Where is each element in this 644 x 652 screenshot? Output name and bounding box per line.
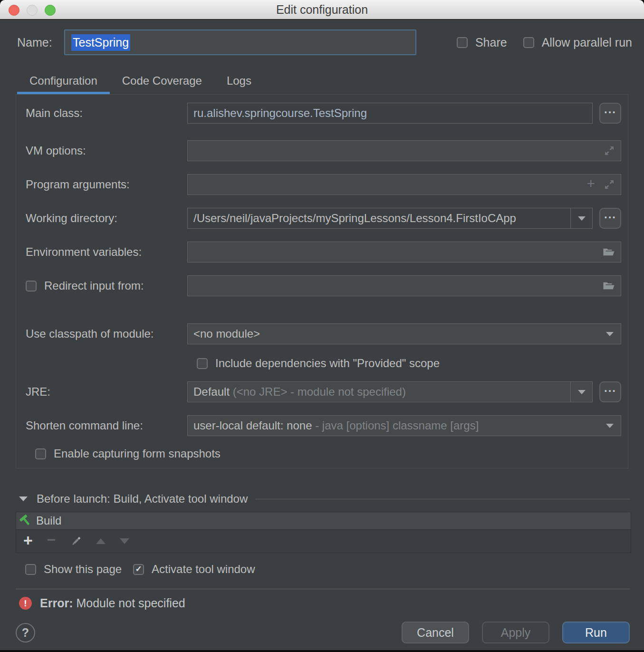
traffic-lights [9, 0, 56, 20]
form-snapshots-row: Enable capturing form snapshots [35, 447, 621, 460]
before-launch-title: Before launch: Build, Activate tool wind… [37, 492, 248, 506]
move-down-button[interactable] [120, 538, 129, 544]
titlebar: Edit configuration [0, 0, 644, 20]
hammer-icon [19, 515, 32, 527]
name-label: Name: [17, 36, 64, 49]
error-message: Module not specified [76, 596, 185, 610]
provided-scope-checkbox[interactable] [197, 358, 208, 369]
provided-scope-checkbox-row[interactable]: Include dependencies with "Provided" sco… [197, 357, 621, 370]
show-this-page-checkbox-row[interactable]: Show this page [25, 563, 122, 576]
shorten-command-line-dropdown-button[interactable] [599, 416, 621, 436]
activate-tool-window-checkbox-row[interactable]: ✓ Activate tool window [133, 563, 255, 576]
working-directory-browse-button[interactable]: ... [599, 208, 621, 229]
jre-dropdown-button[interactable] [570, 382, 592, 402]
working-directory-row: Working directory: /Users/neil/javaProje… [26, 208, 621, 229]
help-button[interactable]: ? [16, 623, 35, 642]
before-launch-list: Build + − [16, 512, 631, 553]
edit-pencil-icon[interactable] [70, 535, 82, 547]
name-row: Name: TestSpring Share Allow parallel ru… [17, 29, 632, 55]
folder-icon[interactable] [603, 246, 615, 258]
provided-scope-row: Include dependencies with "Provided" sco… [197, 357, 621, 370]
allow-parallel-label: Allow parallel run [542, 36, 632, 49]
chevron-down-icon [606, 424, 614, 428]
run-button[interactable]: Run [562, 622, 630, 643]
jre-row: JRE: Default (<no JRE> - module not spec… [26, 381, 621, 402]
shorten-command-line-row: Shorten command line: user-local default… [26, 415, 621, 436]
shorten-command-line-combo[interactable]: user-local default: none - java [options… [187, 415, 621, 436]
apply-button[interactable]: Apply [482, 622, 549, 643]
environment-variables-field[interactable] [187, 242, 621, 263]
jre-combo[interactable]: Default (<no JRE> - module not specified… [187, 381, 593, 402]
close-button[interactable] [9, 5, 19, 16]
edit-configuration-dialog: Edit configuration Name: TestSpring Shar… [0, 0, 644, 650]
configuration-panel: Main class: ru.alishev.springcourse.Test… [16, 94, 628, 468]
allow-parallel-checkbox-row[interactable]: Allow parallel run [523, 36, 632, 49]
jre-value-hint: (<no JRE> - module not specified) [233, 385, 406, 398]
before-launch-header[interactable]: Before launch: Build, Activate tool wind… [19, 492, 630, 506]
vm-options-row: VM options: [26, 140, 621, 161]
environment-variables-row: Environment variables: [26, 242, 621, 263]
minimize-button [27, 5, 38, 16]
before-launch-toolbar: + − [16, 529, 631, 553]
redirect-input-checkbox[interactable] [26, 281, 37, 292]
redirect-input-row: Redirect input from: [26, 275, 621, 296]
error-prefix: Error: [40, 596, 73, 610]
window-title: Edit configuration [276, 3, 368, 17]
classpath-module-row: Use classpath of module: <no module> [26, 323, 621, 344]
main-class-value: ru.alishev.springcourse.TestSpring [193, 107, 367, 120]
tab-logs[interactable]: Logs [214, 68, 264, 94]
collapse-triangle-icon[interactable] [19, 496, 28, 501]
working-directory-combo[interactable]: /Users/neil/javaProjects/mySpringLessons… [187, 208, 593, 229]
tab-configuration[interactable]: Configuration [17, 68, 110, 94]
program-arguments-label: Program arguments: [26, 178, 187, 191]
activate-tool-window-checkbox[interactable]: ✓ [133, 564, 144, 575]
tab-code-coverage[interactable]: Code Coverage [110, 68, 214, 94]
check-icon: ✓ [135, 564, 142, 574]
main-class-row: Main class: ru.alishev.springcourse.Test… [26, 103, 621, 124]
working-directory-dropdown-button[interactable] [570, 208, 592, 228]
jre-label: JRE: [26, 385, 187, 399]
error-status-row: ! Error: Module not specified [19, 596, 644, 610]
footer: ? Cancel Apply Run [16, 622, 630, 643]
shorten-command-line-label: Shorten command line: [26, 419, 187, 432]
name-value-selected: TestSpring [71, 34, 130, 51]
tab-bar: Configuration Code Coverage Logs [17, 68, 644, 94]
redirect-input-label: Redirect input from: [44, 279, 144, 292]
form-snapshots-checkbox-row[interactable]: Enable capturing form snapshots [35, 447, 621, 460]
working-directory-value: /Users/neil/javaProjects/mySpringLessons… [193, 212, 516, 225]
main-class-label: Main class: [26, 107, 187, 120]
zoom-button[interactable] [45, 5, 56, 16]
before-launch-item-build[interactable]: Build [16, 512, 631, 529]
show-this-page-checkbox[interactable] [25, 564, 36, 575]
main-class-browse-button[interactable]: ... [599, 103, 621, 124]
classpath-module-value: <no module> [193, 327, 260, 341]
share-checkbox[interactable] [457, 37, 468, 48]
classpath-module-label: Use classpath of module: [26, 327, 187, 341]
program-arguments-field[interactable]: + [187, 174, 621, 195]
classpath-module-dropdown-button[interactable] [599, 324, 621, 344]
vm-options-field[interactable] [187, 140, 621, 161]
classpath-module-combo[interactable]: <no module> [187, 323, 621, 344]
jre-value: Default (<no JRE> - module not specified… [193, 385, 406, 399]
show-this-page-label: Show this page [44, 563, 122, 576]
allow-parallel-checkbox[interactable] [523, 37, 534, 48]
cancel-button[interactable]: Cancel [402, 622, 469, 643]
chevron-down-icon [578, 390, 586, 394]
vm-options-label: VM options: [26, 144, 187, 157]
expand-icon[interactable] [604, 145, 615, 156]
jre-browse-button[interactable]: ... [599, 381, 621, 402]
folder-icon[interactable] [603, 280, 615, 292]
form-snapshots-checkbox[interactable] [35, 448, 46, 459]
move-up-button[interactable] [96, 538, 106, 544]
redirect-input-checkbox-row[interactable]: Redirect input from: [26, 279, 187, 292]
error-icon: ! [19, 597, 32, 610]
name-input[interactable]: TestSpring [64, 29, 416, 55]
working-directory-label: Working directory: [26, 212, 187, 225]
before-launch-item-label: Build [36, 514, 61, 527]
redirect-input-field[interactable] [187, 275, 621, 296]
before-launch-options: Show this page ✓ Activate tool window [25, 563, 644, 576]
main-class-field[interactable]: ru.alishev.springcourse.TestSpring [187, 103, 593, 124]
share-checkbox-row[interactable]: Share [457, 36, 507, 49]
expand-icon[interactable] [604, 179, 615, 190]
provided-scope-label: Include dependencies with "Provided" sco… [215, 357, 440, 370]
